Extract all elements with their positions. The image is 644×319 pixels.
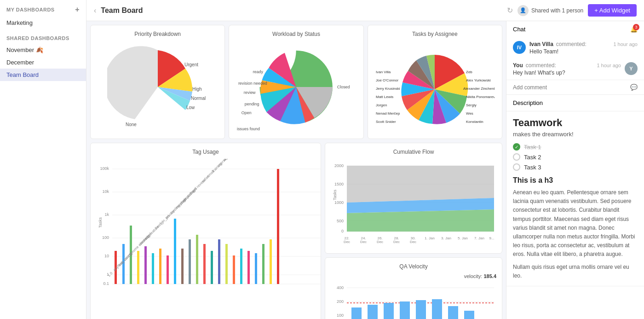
svg-text:in progress: in progress bbox=[237, 133, 258, 133]
main-area: ‹ Team Board ↻ 👤 Shared with 1 person + … bbox=[86, 0, 644, 319]
add-dashboard-icon[interactable]: + bbox=[75, 6, 80, 14]
svg-rect-49 bbox=[167, 255, 169, 284]
svg-marker-100 bbox=[347, 209, 494, 232]
svg-text:revision needed: revision needed bbox=[238, 81, 267, 86]
shared-dashboards-header: SHARED DASHBOARDS bbox=[0, 29, 86, 44]
workload-status-widget: Workload by Status bbox=[229, 25, 363, 139]
dashboard-area: Priority Breakdown bbox=[86, 21, 506, 319]
chat-bell-badge: 3 bbox=[633, 24, 639, 30]
svg-text:pending: pending bbox=[245, 102, 259, 106]
chat-input-area[interactable]: 💬 bbox=[506, 80, 644, 94]
svg-rect-64 bbox=[277, 169, 279, 284]
chat-msg-1-content: Ivan Villa commented: 1 hour ago Hello T… bbox=[529, 41, 638, 55]
svg-text:Closed: Closed bbox=[337, 85, 350, 89]
chat-bell-icon[interactable]: 🔔 3 bbox=[630, 26, 638, 33]
description-para2: Nullam quis risus eget urna mollis ornar… bbox=[513, 263, 638, 280]
tag-usage-chart: 100k 10k 1k 100 10 1 0.1 Tasks bbox=[96, 159, 322, 297]
svg-rect-59 bbox=[240, 249, 242, 284]
sidebar-item-marketing[interactable]: Marketing bbox=[0, 17, 86, 29]
chat-avatar-ivan: IV bbox=[513, 41, 526, 54]
svg-text:10k: 10k bbox=[102, 189, 109, 194]
my-dashboards-header: MY DASHBOARDS + bbox=[0, 0, 86, 17]
cumulative-flow-widget: Cumulative Flow 2000 1500 1000 500 0 Tas… bbox=[325, 143, 502, 254]
svg-text:Alexander Zinchenko: Alexander Zinchenko bbox=[463, 87, 494, 91]
description-subheading: makes the dreamwork! bbox=[513, 131, 638, 138]
svg-text:Normal: Normal bbox=[191, 96, 206, 101]
svg-text:Nenad Merčep: Nenad Merčep bbox=[376, 111, 400, 116]
task-1-label: Task 1 bbox=[524, 144, 541, 151]
svg-text:Scott Snider: Scott Snider bbox=[376, 120, 396, 124]
add-widget-button[interactable]: + Add Widget bbox=[588, 4, 637, 17]
svg-text:2000: 2000 bbox=[334, 163, 344, 168]
svg-rect-61 bbox=[255, 253, 257, 284]
svg-text:100: 100 bbox=[337, 313, 344, 318]
svg-text:issues found: issues found bbox=[237, 127, 260, 131]
svg-text:Dec: Dec bbox=[360, 240, 367, 244]
svg-text:9...: 9... bbox=[489, 236, 494, 240]
back-icon[interactable]: ‹ bbox=[94, 6, 96, 15]
svg-rect-52 bbox=[189, 239, 191, 284]
svg-rect-46 bbox=[144, 246, 147, 284]
chat-message-1: IV Ivan Villa commented: 1 hour ago Hell… bbox=[506, 37, 644, 58]
sidebar: MY DASHBOARDS + Marketing SHARED DASHBOA… bbox=[0, 0, 86, 319]
chat-msg-1-time: 1 hour ago bbox=[613, 41, 638, 47]
share-button[interactable]: 👤 Shared with 1 person bbox=[518, 5, 583, 16]
svg-rect-63 bbox=[270, 239, 272, 284]
velocity-label: velocity: 185.4 bbox=[331, 273, 496, 279]
svg-text:0: 0 bbox=[341, 229, 344, 233]
svg-text:7. Jan: 7. Jan bbox=[474, 236, 484, 240]
cumulative-flow-title: Cumulative Flow bbox=[331, 149, 496, 155]
svg-text:Alex Yurkowski: Alex Yurkowski bbox=[466, 78, 491, 82]
sidebar-item-team-board[interactable]: Team Board bbox=[0, 69, 86, 81]
svg-rect-51 bbox=[181, 249, 184, 284]
sidebar-item-november[interactable]: November 🍂 bbox=[0, 44, 86, 56]
chat-avatar-you: Y bbox=[625, 62, 638, 75]
svg-rect-57 bbox=[225, 244, 228, 284]
svg-text:Matt Lewis: Matt Lewis bbox=[376, 95, 393, 99]
svg-text:Ivan Villa: Ivan Villa bbox=[376, 70, 391, 74]
svg-text:Zeb: Zeb bbox=[466, 70, 472, 74]
qa-velocity-widget: QA Velocity velocity: 185.4 400 200 100 … bbox=[325, 257, 502, 319]
svg-text:500: 500 bbox=[337, 219, 344, 223]
task-3-check[interactable] bbox=[513, 163, 520, 171]
svg-rect-47 bbox=[152, 253, 154, 284]
svg-text:Nikita Ponomarev: Nikita Ponomarev bbox=[466, 95, 494, 99]
svg-text:Low: Low bbox=[186, 105, 195, 110]
task-item-2: Task 2 bbox=[513, 153, 638, 161]
svg-rect-124 bbox=[351, 307, 362, 319]
priority-chart-container: Urgent High Normal Low None bbox=[96, 41, 219, 133]
chat-msg-2-content: You commented: 1 hour ago Hey Ivan! What… bbox=[513, 62, 621, 76]
task-item-1: ✓ Task 1 bbox=[513, 143, 638, 151]
priority-breakdown-title: Priority Breakdown bbox=[96, 31, 219, 37]
svg-text:Joe O'Connor: Joe O'Connor bbox=[376, 78, 398, 82]
workload-pie-chart: Closed revision needed review ready pend… bbox=[235, 41, 357, 133]
svg-text:400: 400 bbox=[337, 285, 344, 290]
task-1-check[interactable]: ✓ bbox=[513, 143, 520, 151]
svg-rect-126 bbox=[384, 303, 394, 319]
description-heading: Teamwork bbox=[513, 117, 638, 129]
refresh-icon[interactable]: ↻ bbox=[507, 6, 513, 15]
svg-text:Dec: Dec bbox=[344, 240, 350, 244]
qa-velocity-chart: 400 200 100 80 60 bbox=[331, 281, 496, 319]
svg-text:Urgent: Urgent bbox=[184, 62, 198, 67]
svg-text:100k: 100k bbox=[100, 166, 109, 171]
svg-rect-131 bbox=[464, 311, 474, 319]
svg-text:Dec: Dec bbox=[410, 240, 416, 244]
description-section: Description Teamwork makes the dreamwork… bbox=[506, 95, 644, 286]
chat-input[interactable] bbox=[513, 84, 627, 91]
right-bottom-col: Cumulative Flow 2000 1500 1000 500 0 Tas… bbox=[325, 143, 502, 319]
content-area: Priority Breakdown bbox=[86, 21, 644, 319]
svg-rect-45 bbox=[137, 251, 139, 284]
chat-title: Chat bbox=[513, 26, 525, 33]
priority-pie-chart: Urgent High Normal Low None bbox=[107, 41, 208, 133]
chat-msg-1-author: Ivan Villa bbox=[529, 41, 553, 47]
svg-rect-130 bbox=[448, 306, 458, 319]
qa-velocity-title: QA Velocity bbox=[331, 263, 496, 270]
task-2-check[interactable] bbox=[513, 153, 520, 161]
sidebar-item-december[interactable]: December bbox=[0, 56, 86, 69]
chat-send-icon[interactable]: 💬 bbox=[630, 84, 638, 91]
svg-text:0.1: 0.1 bbox=[103, 281, 109, 286]
tag-usage-title: Tag Usage bbox=[96, 149, 315, 155]
tasks-assignee-title: Tasks by Assignee bbox=[374, 31, 496, 37]
svg-text:5. Jan: 5. Jan bbox=[458, 236, 468, 240]
